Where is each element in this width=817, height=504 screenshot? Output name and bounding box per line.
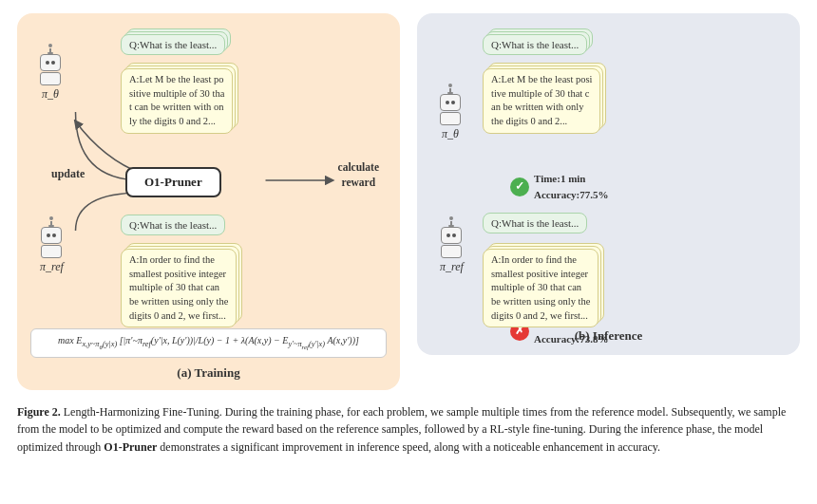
a-bubble-top-training: A:Let M be the least positive multiple o… [121, 68, 233, 134]
time-text-good: Time:1 min Accuracy:77.5% [534, 171, 609, 202]
diagrams-row: π_θ Q:What is the least... [17, 13, 800, 390]
q-bubble-bot-training: Q:What is the least... [121, 215, 225, 235]
q-text-bot: Q:What is the least... [121, 215, 225, 235]
q-stack-inf-top: Q:What is the least... [483, 34, 587, 55]
pi-theta-robot-training: π_θ [40, 44, 61, 102]
eye-r-inf [451, 101, 455, 104]
a-text-top: A:Let M be the least positive multiple o… [121, 68, 233, 134]
robot-ref [41, 216, 62, 258]
figure-caption: Figure 2. Length-Harmonizing Fine-Tuning… [17, 403, 800, 457]
q-stack-top: Q:What is the least... [121, 34, 225, 55]
a-bubble-bot-training: A:In order to find thesmallest positive … [121, 249, 237, 327]
eye-r-ref-inf [452, 233, 456, 237]
body-ref-inf [441, 245, 462, 258]
time-good-label: Time:1 min [534, 173, 586, 184]
antenna-ball-ref [49, 216, 53, 220]
q-bubble-top-inf: Q:What is the least... [483, 34, 587, 55]
pi-ref-label: π_ref [40, 260, 64, 274]
time-result-good: ✓ Time:1 min Accuracy:77.5% [510, 171, 609, 202]
eye-left [46, 61, 49, 65]
a-stack-top: A:Let M be the least positive multiple o… [121, 68, 233, 134]
q-bubble-top-training: Q:What is the least... [121, 34, 225, 55]
a-text-bot: A:In order to find thesmallest positive … [121, 249, 237, 327]
q-text-inf-bot: Q:What is the least... [483, 213, 587, 233]
accuracy-bad-label: Accuracy:73.8% [534, 333, 609, 345]
pi-theta-robot-inference: π_θ [440, 84, 461, 141]
formula-box: max Ex,y~πθ(y|x) [|π'~πref(y'|x, L(y'))|… [30, 328, 387, 358]
formula-text: max Ex,y~πθ(y|x) [|π'~πref(y'|x, L(y'))|… [58, 335, 359, 345]
check-green-icon: ✓ [510, 177, 529, 196]
eye-right [51, 61, 55, 65]
ant-ball-ref-inf [449, 216, 453, 220]
ant-ball-inf [448, 84, 452, 87]
pi-theta-inf-label: π_θ [442, 127, 459, 141]
head-inf [440, 94, 461, 111]
body-inf [440, 112, 461, 125]
eye-l-ref-inf [446, 233, 450, 237]
robot-body [40, 72, 61, 85]
robot-head [40, 54, 61, 71]
pi-ref-inf-label: π_ref [440, 260, 464, 274]
update-label: update [51, 167, 85, 181]
robot-theta-inf [440, 84, 461, 125]
pi-ref-robot-training: π_ref [40, 216, 64, 274]
accuracy-good-label: Accuracy:77.5% [534, 189, 609, 200]
calculate-label: calculatereward [338, 159, 379, 190]
eye-l-inf [446, 101, 449, 104]
robot-ref-inf [441, 216, 462, 258]
caption-text2: demonstrates a significant improvement i… [157, 440, 660, 454]
figure-num: Figure 2. [17, 405, 61, 419]
eye-left-ref [47, 233, 50, 237]
training-inner: π_θ Q:What is the least... [30, 27, 387, 321]
q-text-top: Q:What is the least... [121, 34, 225, 55]
robot-body-ref [41, 245, 62, 258]
a-bubble-bot-inf: A:In order to find thesmallest positive … [483, 249, 598, 327]
calculate-text: calculatereward [338, 161, 379, 188]
pruner-box: O1-Pruner [125, 167, 221, 197]
bold-term: O1-Pruner [104, 440, 157, 454]
main-figure: π_θ Q:What is the least... [17, 13, 800, 456]
training-panel-label: (a) Training [30, 365, 387, 381]
time-good: ✓ Time:1 min Accuracy:77.5% [506, 167, 609, 202]
q-text-inf-top: Q:What is the least... [483, 34, 587, 55]
q-bubble-bot-inf: Q:What is the least... [483, 213, 587, 233]
antenna-ball [48, 44, 52, 47]
robot-theta [40, 44, 61, 85]
inference-inner: π_θ Q:What is the least... [430, 27, 787, 321]
a-stack-bot: A:In order to find thesmallest positive … [121, 249, 237, 327]
a-text-inf-bot: A:In order to find thesmallest positive … [483, 249, 598, 327]
a-stack-inf-top: A:Let M be the least positive multiple o… [483, 68, 600, 134]
pruner-label: O1-Pruner [125, 167, 221, 197]
pi-theta-label: π_θ [42, 87, 59, 102]
inference-panel: π_θ Q:What is the least... [417, 13, 800, 355]
pi-ref-robot-inference: π_ref [440, 216, 464, 274]
a-bubble-top-inf: A:Let M be the least positive multiple o… [483, 68, 600, 134]
training-panel: π_θ Q:What is the least... [17, 13, 400, 390]
head-ref-inf [441, 227, 462, 244]
a-text-inf-top: A:Let M be the least positive multiple o… [483, 68, 600, 134]
robot-head-ref [41, 227, 62, 244]
eye-right-ref [52, 233, 56, 237]
a-stack-inf-bot: A:In order to find thesmallest positive … [483, 249, 598, 327]
